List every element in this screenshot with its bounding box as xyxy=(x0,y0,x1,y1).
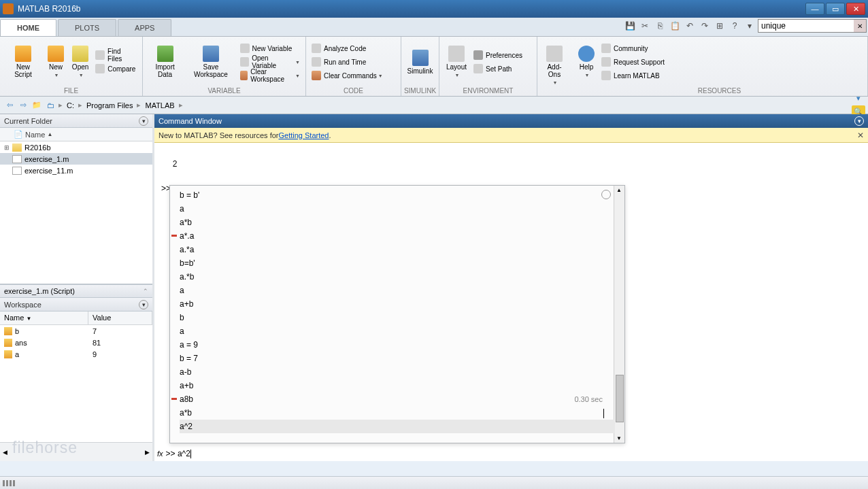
open-variable-icon xyxy=(240,57,250,67)
history-line[interactable]: a xyxy=(180,202,615,216)
file-details-panel[interactable]: exercise_1.m (Script) ⌃ xyxy=(0,284,152,298)
back-button[interactable]: ⇦ xyxy=(3,99,16,112)
history-line[interactable]: b xyxy=(180,311,615,324)
support-icon xyxy=(601,57,611,67)
fx-icon[interactable]: fx xyxy=(157,450,163,458)
history-line[interactable]: a xyxy=(180,324,615,338)
path-dropdown-button[interactable]: ▾ xyxy=(852,92,865,105)
set-path-button[interactable]: Set Path xyxy=(471,62,525,75)
history-line[interactable]: a8b0.30 sec xyxy=(180,392,615,406)
clear-workspace-button[interactable]: Clear Workspace▼ xyxy=(237,69,303,82)
tab-plots[interactable]: PLOTS xyxy=(58,19,116,36)
doc-search-input[interactable] xyxy=(758,21,854,31)
getting-started-link[interactable]: Getting Started xyxy=(278,131,329,139)
file-item-exercise1[interactable]: exercise_1.m xyxy=(0,153,152,165)
new-script-button[interactable]: New Script xyxy=(3,43,44,81)
getting-started-banner: New to MATLAB? See resources for Getting… xyxy=(154,128,868,143)
name-column-header[interactable]: 📄 Name ▲ xyxy=(0,128,152,141)
find-files-button[interactable]: Find Files xyxy=(93,48,139,62)
learn-matlab-button[interactable]: Learn MATLAB xyxy=(599,69,667,82)
file-group-label: FILE xyxy=(0,87,142,96)
history-line[interactable]: a.*a xyxy=(180,243,615,256)
compare-button[interactable]: Compare xyxy=(93,62,139,75)
variable-icon xyxy=(4,339,12,347)
run-and-time-button[interactable]: Run and Time xyxy=(309,55,386,69)
command-window-menu-button[interactable]: ▾ xyxy=(854,116,864,126)
breadcrumb-drive[interactable]: C: xyxy=(64,101,77,109)
history-line[interactable]: a+b xyxy=(180,297,615,311)
import-icon xyxy=(157,46,173,62)
workspace-var-ans[interactable]: ans 81 xyxy=(0,337,152,348)
folder-item-r2016b[interactable]: ⊞ R2016b xyxy=(0,141,152,153)
expand-icon[interactable]: ⊞ xyxy=(4,144,12,151)
clear-commands-icon xyxy=(312,71,321,80)
history-line-selected[interactable]: a^2 xyxy=(180,420,615,433)
up-folder-button[interactable]: 📁 xyxy=(30,99,44,112)
folder-icon xyxy=(12,144,22,152)
request-support-button[interactable]: Request Support xyxy=(599,55,667,69)
current-folder-toolbar: ⇦ ⇨ 📁 🗀 ▸ C: ▸ Program Files ▸ MATLAB ▸ … xyxy=(0,97,868,114)
layout-button[interactable]: Layout▼ xyxy=(442,43,471,82)
history-line[interactable]: a = 9 xyxy=(180,338,615,352)
command-prompt[interactable]: fx >> a^2 xyxy=(157,449,191,458)
history-line[interactable]: b=b' xyxy=(180,256,615,270)
simulink-button[interactable]: Simulink xyxy=(404,47,436,78)
forward-button[interactable]: ⇨ xyxy=(16,99,30,112)
workspace-var-b[interactable]: b 7 xyxy=(0,325,152,337)
redo-quick-icon[interactable]: ↷ xyxy=(698,19,712,33)
file-item-exercise11[interactable]: exercise_11.m xyxy=(0,165,152,176)
command-output: 2 xyxy=(161,158,861,170)
history-line[interactable]: a+b xyxy=(180,379,615,392)
tab-apps[interactable]: APPS xyxy=(118,19,171,36)
history-line[interactable]: b = b' xyxy=(180,188,615,202)
svg-rect-2 xyxy=(10,480,12,486)
help-button[interactable]: Help▼ xyxy=(574,43,599,82)
variable-icon xyxy=(4,350,12,358)
close-button[interactable]: ✕ xyxy=(846,3,865,15)
history-line[interactable]: a.*b xyxy=(180,270,615,284)
save-workspace-button[interactable]: Save Workspace xyxy=(184,43,237,81)
cut-quick-icon[interactable]: ✂ xyxy=(638,19,652,33)
history-line[interactable]: a*.a xyxy=(180,229,615,243)
copy-quick-icon[interactable]: ⎘ xyxy=(653,19,667,33)
left-panel-scrollbar[interactable]: ◀ ▶ xyxy=(0,442,152,461)
minimize-button[interactable]: — xyxy=(805,3,824,15)
breadcrumb-matlab[interactable]: MATLAB xyxy=(142,101,177,109)
community-button[interactable]: Community xyxy=(599,41,667,55)
variable-group-label: VARIABLE xyxy=(143,87,305,96)
workspace-value-header[interactable]: Value xyxy=(88,311,152,324)
banner-close-button[interactable]: ✕ xyxy=(857,131,864,140)
open-variable-button[interactable]: Open Variable▼ xyxy=(237,55,303,69)
history-line[interactable]: a xyxy=(180,284,615,297)
tab-home[interactable]: HOME xyxy=(0,19,56,36)
import-data-button[interactable]: Import Data xyxy=(146,43,184,81)
history-line[interactable]: a*b xyxy=(180,216,615,229)
dropdown-quick-icon[interactable]: ▾ xyxy=(743,19,756,33)
workspace-menu-button[interactable]: ▾ xyxy=(139,300,148,309)
current-folder-menu-button[interactable]: ▾ xyxy=(139,116,148,126)
save-quick-icon[interactable]: 💾 xyxy=(623,19,637,33)
search-clear-button[interactable]: ✕ xyxy=(854,20,866,32)
addons-button[interactable]: Add-Ons▼ xyxy=(540,43,569,89)
workspace-var-a[interactable]: a 9 xyxy=(0,348,152,360)
new-variable-button[interactable]: New Variable xyxy=(237,41,303,55)
history-line[interactable]: a-b xyxy=(180,365,615,379)
variable-icon xyxy=(4,327,12,335)
clear-commands-button[interactable]: Clear Commands▼ xyxy=(309,69,386,82)
new-button[interactable]: New▼ xyxy=(44,43,68,82)
breadcrumb-program-files[interactable]: Program Files xyxy=(84,101,135,109)
browse-folder-button[interactable]: 🗀 xyxy=(44,99,57,112)
preferences-button[interactable]: Preferences xyxy=(471,48,525,62)
window-titlebar: MATLAB R2016b — ▭ ✕ xyxy=(0,0,868,18)
undo-quick-icon[interactable]: ↶ xyxy=(683,19,697,33)
windows-quick-icon[interactable]: ⊞ xyxy=(713,19,727,33)
paste-quick-icon[interactable]: 📋 xyxy=(668,19,682,33)
open-button[interactable]: Open▼ xyxy=(68,43,93,82)
workspace-name-header[interactable]: Name ▼ xyxy=(0,311,88,324)
analyze-code-button[interactable]: Analyze Code xyxy=(309,41,386,55)
history-line[interactable]: a*b xyxy=(180,406,615,420)
history-line[interactable]: b = 7 xyxy=(180,352,615,365)
help-quick-icon[interactable]: ? xyxy=(728,19,741,33)
maximize-button[interactable]: ▭ xyxy=(826,3,845,15)
command-window-body[interactable]: 2 >> a+b ▲ ▼ b = b' a a*b a*.a a.*a b=b' xyxy=(154,143,868,461)
